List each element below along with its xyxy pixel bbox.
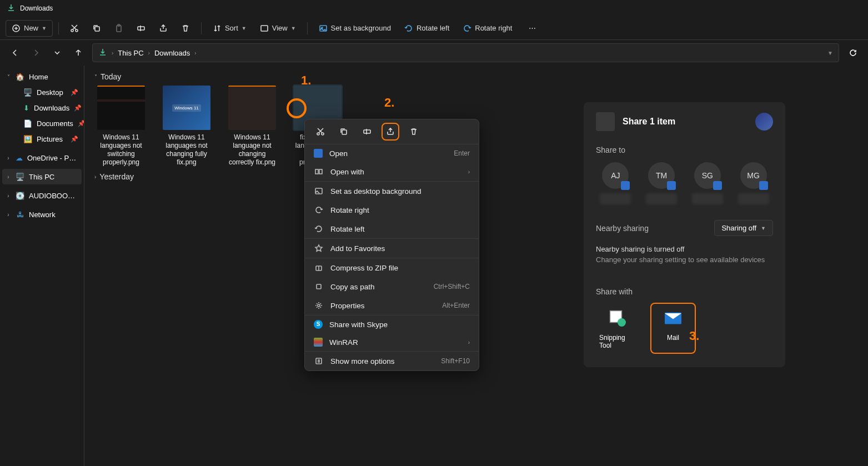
ctx-set-background[interactable]: Set as desktop background (305, 182, 479, 201)
contact-avatar: AJ (602, 162, 629, 189)
ctx-copy-button[interactable] (337, 125, 350, 138)
pc-icon: 🖥️ (16, 172, 24, 181)
address-bar[interactable]: › This PC › Downloads › ▼ (92, 43, 839, 62)
ctx-share-skype[interactable]: S Share with Skype (305, 315, 479, 333)
share-with-label: Share with (596, 287, 773, 296)
up-button[interactable] (69, 43, 88, 62)
wallpaper-icon (314, 186, 324, 196)
recent-button[interactable] (48, 43, 67, 62)
ctx-open[interactable]: Open Enter (305, 144, 479, 162)
sidebar-item-documents[interactable]: 📄 Documents 📌 (10, 116, 82, 131)
chevron-right-icon: › (148, 50, 150, 56)
chevron-down-icon: ˅ (94, 74, 97, 80)
refresh-button[interactable] (844, 43, 862, 62)
ctx-compress-zip[interactable]: Compress to ZIP file (305, 258, 479, 277)
svg-rect-3 (95, 27, 99, 31)
more-icon (314, 356, 324, 366)
paste-button[interactable] (109, 21, 129, 36)
sidebar-item-downloads[interactable]: ⬇ Downloads 📌 (10, 100, 82, 116)
share-button[interactable] (153, 21, 173, 36)
svg-point-1 (71, 29, 73, 32)
svg-point-19 (318, 304, 320, 307)
forward-button[interactable] (27, 43, 46, 62)
nearby-sharing-select[interactable]: Sharing off ▼ (714, 220, 773, 236)
file-item[interactable]: Windows 11 Windows 11 languages not chan… (160, 86, 213, 167)
sidebar-item-label: Documents (37, 119, 73, 128)
new-button[interactable]: New ▼ (6, 20, 53, 37)
chevron-down-icon[interactable]: ▼ (827, 50, 833, 56)
view-button[interactable]: View ▼ (254, 21, 302, 36)
set-background-button[interactable]: Set as background (313, 21, 397, 36)
chevron-right-icon[interactable]: › (6, 212, 11, 218)
share-contact[interactable]: AJ (598, 162, 633, 204)
open-icon (314, 149, 323, 158)
share-app-snipping-tool[interactable]: Snipping Tool (596, 304, 639, 353)
breadcrumb-thispc[interactable]: This PC (118, 49, 143, 57)
share-contact[interactable]: SG (690, 162, 725, 204)
chevron-right-icon[interactable]: › (6, 155, 11, 161)
open-with-icon (314, 167, 324, 177)
ctx-open-with[interactable]: Open with › (305, 162, 479, 181)
delete-button[interactable] (175, 21, 195, 36)
user-avatar[interactable] (755, 113, 773, 131)
ctx-rotate-right[interactable]: Rotate right (305, 201, 479, 219)
back-button[interactable] (6, 43, 24, 62)
documents-icon: 📄 (23, 119, 32, 128)
ctx-add-favorites[interactable]: Add to Favorites (305, 239, 479, 258)
rename-button[interactable] (131, 21, 151, 36)
chevron-right-icon[interactable]: › (6, 193, 11, 199)
sidebar-item-desktop[interactable]: 🖥️ Desktop 📌 (10, 84, 82, 100)
desktop-icon: 🖥️ (23, 88, 32, 97)
ctx-show-more[interactable]: Show more options Shift+F10 (305, 352, 479, 370)
share-contact[interactable]: MG (736, 162, 771, 204)
window-title: Downloads (20, 4, 53, 12)
chevron-down-icon[interactable]: ˅ (6, 74, 11, 80)
ctx-rename-button[interactable] (360, 125, 374, 138)
ctx-label: Properties (330, 302, 365, 310)
file-item[interactable]: Windows 11 languages not switching prope… (94, 86, 148, 167)
file-name: Windows 11 languages not changing fully … (160, 133, 213, 167)
breadcrumb-downloads[interactable]: Downloads (154, 49, 190, 57)
set-bg-label: Set as background (331, 24, 391, 32)
ctx-cut-button[interactable] (314, 125, 327, 138)
chevron-right-icon: › (468, 169, 470, 175)
sidebar: ˅ 🏠 Home 🖥️ Desktop 📌 ⬇ Downloads 📌 📄 Do… (0, 66, 84, 466)
sidebar-item-audiobooks[interactable]: › 💽 AUDIOBOOKS (D:) (2, 188, 82, 203)
rotate-left-button[interactable]: Rotate left (399, 21, 455, 36)
ctx-winrar[interactable]: WinRAR › (305, 333, 479, 351)
share-app-mail[interactable]: Mail (651, 304, 695, 353)
contact-avatar: SG (694, 162, 721, 189)
sidebar-item-network[interactable]: › 🖧 Network (2, 207, 82, 222)
sidebar-item-onedrive[interactable]: › ☁ OneDrive - Personal (2, 150, 82, 166)
sidebar-item-pictures[interactable]: 🖼️ Pictures 📌 (10, 131, 82, 147)
sort-button[interactable]: Sort ▼ (207, 21, 252, 36)
new-label: New (24, 24, 38, 32)
group-today[interactable]: ˅ Today (94, 72, 858, 81)
more-button[interactable]: ⋯ (523, 21, 541, 36)
zip-icon (314, 263, 324, 273)
svg-rect-13 (364, 130, 370, 133)
chevron-right-icon[interactable]: › (6, 174, 11, 180)
ctx-rotate-left[interactable]: Rotate left (305, 219, 479, 238)
sidebar-item-thispc[interactable]: › 🖥️ This PC (2, 169, 82, 184)
ctx-shortcut: Shift+F10 (441, 357, 470, 365)
rotate-left-label: Rotate left (417, 24, 449, 32)
chevron-down-icon: ▼ (242, 26, 247, 31)
svg-rect-14 (315, 169, 318, 174)
winrar-icon (314, 338, 323, 347)
nearby-off-heading: Nearby sharing is turned off (596, 245, 773, 253)
copy-button[interactable] (87, 21, 107, 36)
ctx-delete-button[interactable] (407, 125, 420, 138)
ctx-properties[interactable]: Properties Alt+Enter (305, 296, 479, 315)
sidebar-item-label: Home (29, 73, 48, 81)
share-panel: Share 1 item Share to AJ TM SG MG Nearby… (584, 102, 785, 367)
share-contact[interactable]: TM (644, 162, 679, 204)
network-icon: 🖧 (16, 210, 24, 219)
svg-point-11 (322, 133, 324, 135)
file-item[interactable]: Windows 11 language not changing correct… (225, 86, 279, 167)
rotate-right-button[interactable]: Rotate right (457, 21, 518, 36)
cut-button[interactable] (64, 21, 84, 36)
ctx-copy-path[interactable]: Copy as path Ctrl+Shift+C (305, 277, 479, 296)
sidebar-item-home[interactable]: ˅ 🏠 Home (2, 69, 82, 84)
ctx-share-button[interactable] (384, 125, 397, 138)
